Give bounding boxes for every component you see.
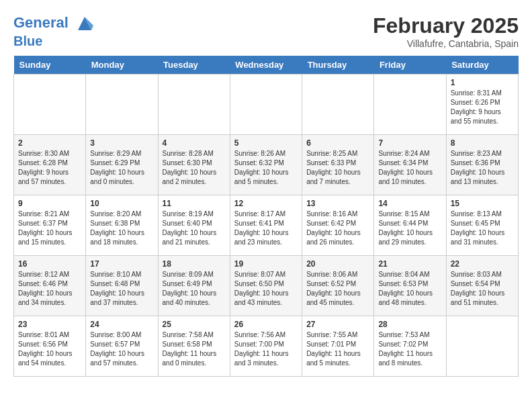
day-number: 19 — [234, 259, 298, 269]
day-info: Sunrise: 8:04 AM Sunset: 6:53 PM Dayligh… — [378, 270, 441, 308]
calendar-day-cell: 26Sunrise: 7:56 AM Sunset: 7:00 PM Dayli… — [230, 316, 302, 377]
day-number: 6 — [306, 138, 369, 148]
calendar-day-cell: 24Sunrise: 8:00 AM Sunset: 6:57 PM Dayli… — [86, 316, 158, 377]
day-info: Sunrise: 8:25 AM Sunset: 6:33 PM Dayligh… — [306, 149, 369, 187]
calendar-day-cell: 25Sunrise: 7:58 AM Sunset: 6:58 PM Dayli… — [158, 316, 230, 377]
calendar-day-cell: 21Sunrise: 8:04 AM Sunset: 6:53 PM Dayli… — [374, 256, 446, 316]
day-number: 28 — [378, 320, 441, 329]
day-info: Sunrise: 7:53 AM Sunset: 7:02 PM Dayligh… — [378, 330, 441, 368]
day-number: 7 — [378, 138, 441, 148]
day-number: 22 — [451, 259, 514, 269]
day-number: 9 — [18, 199, 81, 208]
calendar-day-cell: 17Sunrise: 8:10 AM Sunset: 6:48 PM Dayli… — [86, 256, 158, 316]
day-info: Sunrise: 8:28 AM Sunset: 6:30 PM Dayligh… — [163, 149, 226, 187]
calendar-day-cell: 5Sunrise: 8:26 AM Sunset: 6:32 PM Daylig… — [230, 135, 302, 195]
calendar-day-cell: 16Sunrise: 8:12 AM Sunset: 6:46 PM Dayli… — [14, 256, 86, 316]
calendar-day-cell: 8Sunrise: 8:23 AM Sunset: 6:36 PM Daylig… — [446, 135, 518, 195]
logo-general: General — [13, 14, 69, 31]
day-info: Sunrise: 8:07 AM Sunset: 6:50 PM Dayligh… — [234, 270, 298, 308]
calendar-day-cell — [86, 75, 158, 135]
day-info: Sunrise: 7:55 AM Sunset: 7:01 PM Dayligh… — [306, 330, 369, 368]
calendar-week-row: 9Sunrise: 8:21 AM Sunset: 6:37 PM Daylig… — [14, 195, 519, 256]
day-number: 3 — [90, 138, 153, 148]
calendar-day-cell: 1Sunrise: 8:31 AM Sunset: 6:26 PM Daylig… — [446, 75, 518, 135]
day-info: Sunrise: 8:24 AM Sunset: 6:34 PM Dayligh… — [378, 149, 441, 187]
calendar-week-row: 16Sunrise: 8:12 AM Sunset: 6:46 PM Dayli… — [14, 256, 519, 316]
calendar-day-cell: 15Sunrise: 8:13 AM Sunset: 6:45 PM Dayli… — [446, 195, 518, 256]
day-number: 25 — [163, 320, 226, 329]
day-number: 27 — [306, 320, 369, 329]
calendar-day-cell: 23Sunrise: 8:01 AM Sunset: 6:56 PM Dayli… — [14, 316, 86, 377]
day-info: Sunrise: 8:23 AM Sunset: 6:36 PM Dayligh… — [451, 149, 514, 187]
calendar-day-cell — [302, 75, 374, 135]
day-info: Sunrise: 8:16 AM Sunset: 6:42 PM Dayligh… — [306, 210, 369, 247]
calendar-day-cell: 10Sunrise: 8:20 AM Sunset: 6:38 PM Dayli… — [86, 195, 158, 256]
calendar-day-cell: 12Sunrise: 8:17 AM Sunset: 6:41 PM Dayli… — [230, 195, 302, 256]
day-info: Sunrise: 8:17 AM Sunset: 6:41 PM Dayligh… — [234, 210, 298, 247]
day-info: Sunrise: 8:29 AM Sunset: 6:29 PM Dayligh… — [90, 149, 153, 187]
day-info: Sunrise: 8:19 AM Sunset: 6:40 PM Dayligh… — [163, 210, 226, 247]
calendar-day-cell — [158, 75, 230, 135]
day-number: 18 — [163, 259, 226, 269]
day-number: 17 — [90, 259, 153, 269]
day-info: Sunrise: 8:15 AM Sunset: 6:44 PM Dayligh… — [378, 210, 441, 247]
calendar-header-row: SundayMondayTuesdayWednesdayThursdayFrid… — [14, 56, 519, 75]
day-info: Sunrise: 7:56 AM Sunset: 7:00 PM Dayligh… — [234, 330, 298, 368]
day-number: 20 — [306, 259, 369, 269]
page-header: General Blue February 2025 Villafufre, C… — [13, 13, 519, 49]
calendar-day-cell: 2Sunrise: 8:30 AM Sunset: 6:28 PM Daylig… — [14, 135, 86, 195]
day-number: 2 — [18, 138, 81, 148]
calendar-day-cell: 7Sunrise: 8:24 AM Sunset: 6:34 PM Daylig… — [374, 135, 446, 195]
month-title: February 2025 — [373, 13, 519, 38]
day-of-week-header: Tuesday — [158, 56, 230, 75]
logo-blue: Blue — [13, 34, 42, 48]
location: Villafufre, Cantabria, Spain — [373, 38, 519, 49]
day-of-week-header: Thursday — [302, 56, 374, 75]
day-info: Sunrise: 8:09 AM Sunset: 6:49 PM Dayligh… — [163, 270, 226, 308]
calendar-day-cell: 13Sunrise: 8:16 AM Sunset: 6:42 PM Dayli… — [302, 195, 374, 256]
calendar-day-cell — [374, 75, 446, 135]
day-of-week-header: Wednesday — [230, 56, 302, 75]
day-info: Sunrise: 8:10 AM Sunset: 6:48 PM Dayligh… — [90, 270, 153, 308]
day-number: 10 — [90, 199, 153, 208]
day-info: Sunrise: 8:01 AM Sunset: 6:56 PM Dayligh… — [18, 330, 81, 368]
day-info: Sunrise: 8:21 AM Sunset: 6:37 PM Dayligh… — [18, 210, 81, 247]
day-number: 12 — [234, 199, 298, 208]
day-number: 8 — [451, 138, 514, 148]
day-info: Sunrise: 8:31 AM Sunset: 6:26 PM Dayligh… — [451, 89, 514, 126]
calendar-week-row: 1Sunrise: 8:31 AM Sunset: 6:26 PM Daylig… — [14, 75, 519, 135]
day-number: 21 — [378, 259, 441, 269]
calendar-day-cell: 28Sunrise: 7:53 AM Sunset: 7:02 PM Dayli… — [374, 316, 446, 377]
calendar-week-row: 2Sunrise: 8:30 AM Sunset: 6:28 PM Daylig… — [14, 135, 519, 195]
day-of-week-header: Monday — [86, 56, 158, 75]
day-of-week-header: Sunday — [14, 56, 86, 75]
day-number: 16 — [18, 259, 81, 269]
calendar-table: SundayMondayTuesdayWednesdayThursdayFrid… — [13, 56, 519, 377]
day-number: 13 — [306, 199, 369, 208]
day-number: 14 — [378, 199, 441, 208]
logo: General Blue — [13, 13, 95, 48]
day-of-week-header: Saturday — [446, 56, 518, 75]
day-info: Sunrise: 8:13 AM Sunset: 6:45 PM Dayligh… — [451, 210, 514, 247]
day-number: 15 — [451, 199, 514, 208]
day-number: 23 — [18, 320, 81, 329]
calendar-day-cell — [446, 316, 518, 377]
day-info: Sunrise: 8:06 AM Sunset: 6:52 PM Dayligh… — [306, 270, 369, 308]
calendar-day-cell: 11Sunrise: 8:19 AM Sunset: 6:40 PM Dayli… — [158, 195, 230, 256]
calendar-day-cell: 4Sunrise: 8:28 AM Sunset: 6:30 PM Daylig… — [158, 135, 230, 195]
day-info: Sunrise: 7:58 AM Sunset: 6:58 PM Dayligh… — [163, 330, 226, 368]
calendar-day-cell: 18Sunrise: 8:09 AM Sunset: 6:49 PM Dayli… — [158, 256, 230, 316]
calendar-day-cell: 19Sunrise: 8:07 AM Sunset: 6:50 PM Dayli… — [230, 256, 302, 316]
day-info: Sunrise: 8:03 AM Sunset: 6:54 PM Dayligh… — [451, 270, 514, 308]
calendar-day-cell: 14Sunrise: 8:15 AM Sunset: 6:44 PM Dayli… — [374, 195, 446, 256]
calendar-day-cell: 6Sunrise: 8:25 AM Sunset: 6:33 PM Daylig… — [302, 135, 374, 195]
day-number: 4 — [163, 138, 226, 148]
day-of-week-header: Friday — [374, 56, 446, 75]
calendar-day-cell: 27Sunrise: 7:55 AM Sunset: 7:01 PM Dayli… — [302, 316, 374, 377]
calendar-day-cell: 22Sunrise: 8:03 AM Sunset: 6:54 PM Dayli… — [446, 256, 518, 316]
calendar-day-cell — [14, 75, 86, 135]
day-number: 5 — [234, 138, 298, 148]
day-number: 1 — [451, 78, 514, 87]
day-number: 24 — [90, 320, 153, 329]
day-number: 11 — [163, 199, 226, 208]
